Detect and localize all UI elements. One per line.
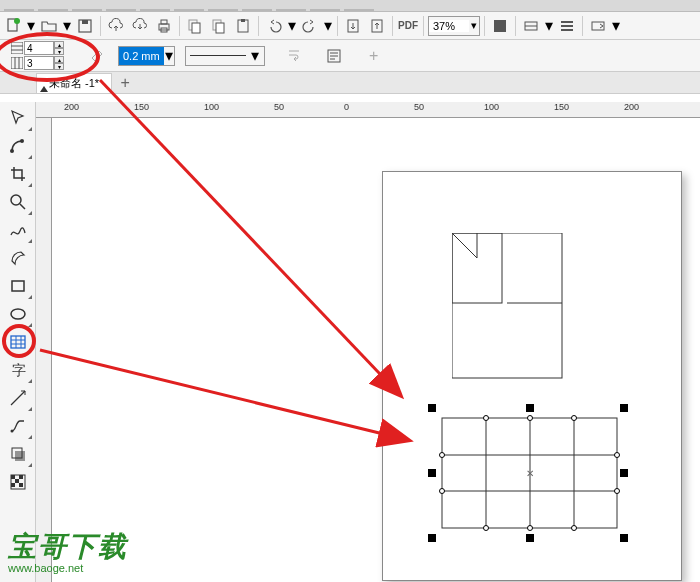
- launch-dropdown[interactable]: ▾: [611, 16, 621, 35]
- pdf-button[interactable]: PDF: [397, 15, 419, 37]
- zoom-dropdown[interactable]: ▾: [469, 19, 479, 32]
- add-document-tab[interactable]: +: [114, 73, 136, 93]
- selection-handle-bl[interactable]: [428, 534, 436, 542]
- connector-tool[interactable]: [3, 412, 33, 440]
- rows-up[interactable]: ▴: [54, 41, 64, 48]
- zoom-tool[interactable]: [3, 188, 33, 216]
- row-divider-handle[interactable]: [439, 452, 445, 458]
- export-button[interactable]: [366, 15, 388, 37]
- svg-text:字: 字: [12, 362, 26, 378]
- wrap-text-button[interactable]: [283, 45, 305, 67]
- outline-style-preview: [190, 55, 246, 56]
- svg-rect-35: [11, 475, 15, 479]
- horizontal-ruler[interactable]: 200 150 100 50 0 50 100 150 200: [36, 102, 700, 118]
- selection-handle-br[interactable]: [620, 534, 628, 542]
- outline-width-dropdown[interactable]: ▾: [164, 46, 174, 65]
- selection-handle-mr[interactable]: [620, 469, 628, 477]
- ruler-tick: 100: [484, 102, 499, 112]
- copy-button[interactable]: [208, 15, 230, 37]
- dimension-tool[interactable]: [3, 384, 33, 412]
- ruler-tick: 200: [624, 102, 639, 112]
- cloud-upload-button[interactable]: [105, 15, 127, 37]
- ruler-tick: 100: [204, 102, 219, 112]
- options-button[interactable]: [556, 15, 578, 37]
- new-dropdown[interactable]: ▾: [26, 16, 36, 35]
- rows-down[interactable]: ▾: [54, 48, 64, 55]
- col-divider-handle[interactable]: [483, 415, 489, 421]
- outline-style-combo[interactable]: ▾: [185, 46, 265, 66]
- cols-input[interactable]: [24, 56, 54, 70]
- undo-dropdown[interactable]: ▾: [287, 16, 297, 35]
- cloud-download-button[interactable]: [129, 15, 151, 37]
- rectangle-tool[interactable]: [3, 272, 33, 300]
- edit-fill-button[interactable]: [86, 45, 108, 67]
- canvas[interactable]: ✕: [52, 118, 700, 582]
- zoom-input[interactable]: [429, 20, 469, 32]
- import-button[interactable]: [342, 15, 364, 37]
- svg-rect-18: [561, 25, 573, 27]
- fullscreen-button[interactable]: [489, 15, 511, 37]
- selection-handle-tm[interactable]: [526, 404, 534, 412]
- print-button[interactable]: [153, 15, 175, 37]
- col-divider-handle[interactable]: [527, 525, 533, 531]
- svg-line-42: [452, 233, 477, 258]
- col-divider-handle[interactable]: [483, 525, 489, 531]
- redo-button[interactable]: [299, 15, 321, 37]
- toolbox: 字: [0, 102, 36, 582]
- cols-down[interactable]: ▾: [54, 63, 64, 70]
- outline-width-value: 0.2 mm: [119, 47, 164, 65]
- crop-tool[interactable]: [3, 160, 33, 188]
- text-options-button[interactable]: [323, 45, 345, 67]
- open-button[interactable]: [38, 15, 60, 37]
- svg-point-31: [10, 430, 13, 433]
- cols-up[interactable]: ▴: [54, 56, 64, 63]
- vertical-ruler[interactable]: [36, 118, 52, 582]
- pick-tool[interactable]: [3, 104, 33, 132]
- svg-point-1: [14, 18, 20, 24]
- new-button[interactable]: [2, 15, 24, 37]
- cut-button[interactable]: [184, 15, 206, 37]
- redo-dropdown[interactable]: ▾: [323, 16, 333, 35]
- row-divider-handle[interactable]: [614, 452, 620, 458]
- snap-dropdown[interactable]: ▾: [544, 16, 554, 35]
- ruler-tick: 0: [344, 102, 349, 112]
- snap-button[interactable]: [520, 15, 542, 37]
- col-divider-handle[interactable]: [527, 415, 533, 421]
- row-divider-handle[interactable]: [614, 488, 620, 494]
- shape-tool[interactable]: [3, 132, 33, 160]
- workspace: 200 150 100 50 0 50 100 150 200: [36, 102, 700, 582]
- paste-button[interactable]: [232, 15, 254, 37]
- outline-style-dropdown[interactable]: ▾: [250, 46, 260, 65]
- freehand-tool[interactable]: [3, 216, 33, 244]
- ellipse-tool[interactable]: [3, 300, 33, 328]
- svg-rect-22: [11, 57, 23, 69]
- selection-handle-bm[interactable]: [526, 534, 534, 542]
- add-button[interactable]: +: [363, 45, 385, 67]
- svg-rect-29: [11, 336, 25, 348]
- row-divider-handle[interactable]: [439, 488, 445, 494]
- menu-bar: [0, 0, 700, 12]
- watermark: 宝哥下载 www.baoge.net: [8, 528, 128, 574]
- selection-center-icon: ✕: [526, 468, 534, 479]
- transparency-tool[interactable]: [3, 468, 33, 496]
- open-dropdown[interactable]: ▾: [62, 16, 72, 35]
- table-tool[interactable]: [3, 328, 33, 356]
- outline-width-combo[interactable]: 0.2 mm ▾: [118, 46, 175, 66]
- undo-button[interactable]: [263, 15, 285, 37]
- selection-handle-tr[interactable]: [620, 404, 628, 412]
- text-tool[interactable]: 字: [3, 356, 33, 384]
- artistic-media-tool[interactable]: [3, 244, 33, 272]
- ruler-tick: 150: [554, 102, 569, 112]
- col-divider-handle[interactable]: [571, 415, 577, 421]
- zoom-combo[interactable]: ▾: [428, 16, 480, 36]
- selection-handle-ml[interactable]: [428, 469, 436, 477]
- save-button[interactable]: [74, 15, 96, 37]
- rows-input[interactable]: [24, 41, 54, 55]
- drop-shadow-tool[interactable]: [3, 440, 33, 468]
- svg-rect-3: [82, 20, 88, 24]
- ruler-tick: 200: [64, 102, 79, 112]
- col-divider-handle[interactable]: [571, 525, 577, 531]
- launch-button[interactable]: [587, 15, 609, 37]
- svg-point-25: [20, 139, 24, 143]
- selection-handle-tl[interactable]: [428, 404, 436, 412]
